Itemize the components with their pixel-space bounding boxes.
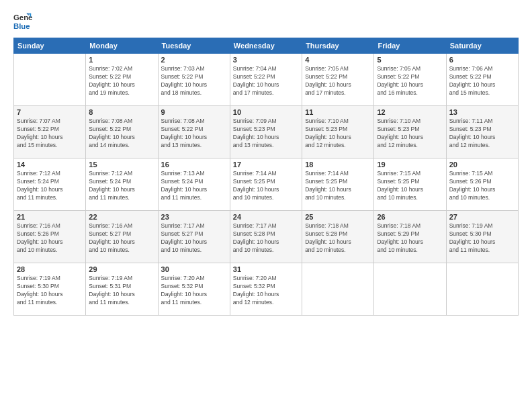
calendar-cell: 23Sunrise: 7:17 AMSunset: 5:27 PMDayligh… xyxy=(158,211,230,263)
week-row-1: 1Sunrise: 7:02 AMSunset: 5:22 PMDaylight… xyxy=(14,54,519,106)
day-number: 25 xyxy=(305,213,371,221)
day-info: Sunrise: 7:13 AMSunset: 5:24 PMDaylight:… xyxy=(161,170,227,202)
calendar-cell: 12Sunrise: 7:10 AMSunset: 5:23 PMDayligh… xyxy=(374,106,446,158)
day-info: Sunrise: 7:10 AMSunset: 5:23 PMDaylight:… xyxy=(377,118,443,150)
day-info: Sunrise: 7:14 AMSunset: 5:25 PMDaylight:… xyxy=(305,170,371,202)
day-info: Sunrise: 7:15 AMSunset: 5:26 PMDaylight:… xyxy=(449,170,515,202)
day-info: Sunrise: 7:17 AMSunset: 5:27 PMDaylight:… xyxy=(161,222,227,255)
day-info: Sunrise: 7:05 AMSunset: 5:22 PMDaylight:… xyxy=(305,65,371,97)
weekday-header-wednesday: Wednesday xyxy=(230,38,302,54)
calendar-cell: 28Sunrise: 7:19 AMSunset: 5:30 PMDayligh… xyxy=(14,263,86,316)
weekday-header-friday: Friday xyxy=(374,38,446,54)
calendar-cell: 6Sunrise: 7:06 AMSunset: 5:22 PMDaylight… xyxy=(446,54,518,106)
day-number: 10 xyxy=(233,108,299,116)
day-info: Sunrise: 7:12 AMSunset: 5:24 PMDaylight:… xyxy=(17,170,83,202)
logo: General Blue xyxy=(13,12,35,31)
day-number: 26 xyxy=(377,213,443,221)
day-info: Sunrise: 7:16 AMSunset: 5:27 PMDaylight:… xyxy=(89,222,154,255)
day-number: 6 xyxy=(449,56,515,64)
day-number: 29 xyxy=(89,265,154,273)
day-number: 8 xyxy=(89,108,154,116)
day-number: 9 xyxy=(161,108,227,116)
calendar-cell: 1Sunrise: 7:02 AMSunset: 5:22 PMDaylight… xyxy=(86,54,158,106)
day-info: Sunrise: 7:15 AMSunset: 5:25 PMDaylight:… xyxy=(377,170,443,202)
week-row-4: 21Sunrise: 7:16 AMSunset: 5:26 PMDayligh… xyxy=(14,211,519,263)
day-info: Sunrise: 7:08 AMSunset: 5:22 PMDaylight:… xyxy=(161,118,227,150)
calendar-cell: 21Sunrise: 7:16 AMSunset: 5:26 PMDayligh… xyxy=(14,211,86,263)
calendar-cell: 29Sunrise: 7:19 AMSunset: 5:31 PMDayligh… xyxy=(86,263,158,316)
day-info: Sunrise: 7:11 AMSunset: 5:23 PMDaylight:… xyxy=(449,118,515,150)
day-info: Sunrise: 7:08 AMSunset: 5:22 PMDaylight:… xyxy=(89,118,154,150)
calendar-cell: 14Sunrise: 7:12 AMSunset: 5:24 PMDayligh… xyxy=(14,158,86,211)
day-info: Sunrise: 7:18 AMSunset: 5:29 PMDaylight:… xyxy=(377,222,443,255)
calendar-cell: 19Sunrise: 7:15 AMSunset: 5:25 PMDayligh… xyxy=(374,158,446,211)
calendar-cell: 31Sunrise: 7:20 AMSunset: 5:32 PMDayligh… xyxy=(230,263,302,316)
day-info: Sunrise: 7:09 AMSunset: 5:23 PMDaylight:… xyxy=(233,118,299,150)
calendar-cell: 20Sunrise: 7:15 AMSunset: 5:26 PMDayligh… xyxy=(446,158,518,211)
day-number: 23 xyxy=(161,213,227,221)
calendar-cell xyxy=(446,263,518,316)
calendar-cell: 2Sunrise: 7:03 AMSunset: 5:22 PMDaylight… xyxy=(158,54,230,106)
weekday-header-tuesday: Tuesday xyxy=(158,38,230,54)
calendar-cell: 11Sunrise: 7:10 AMSunset: 5:23 PMDayligh… xyxy=(302,106,374,158)
week-row-3: 14Sunrise: 7:12 AMSunset: 5:24 PMDayligh… xyxy=(14,158,519,211)
calendar-cell: 17Sunrise: 7:14 AMSunset: 5:25 PMDayligh… xyxy=(230,158,302,211)
day-number: 22 xyxy=(89,213,154,221)
header: General Blue xyxy=(13,12,519,31)
calendar-cell: 24Sunrise: 7:17 AMSunset: 5:28 PMDayligh… xyxy=(230,211,302,263)
calendar-cell: 18Sunrise: 7:14 AMSunset: 5:25 PMDayligh… xyxy=(302,158,374,211)
day-info: Sunrise: 7:14 AMSunset: 5:25 PMDaylight:… xyxy=(233,170,299,202)
day-number: 28 xyxy=(17,265,83,273)
day-number: 12 xyxy=(377,108,443,116)
calendar-cell: 5Sunrise: 7:05 AMSunset: 5:22 PMDaylight… xyxy=(374,54,446,106)
day-info: Sunrise: 7:20 AMSunset: 5:32 PMDaylight:… xyxy=(161,275,227,307)
calendar-cell: 13Sunrise: 7:11 AMSunset: 5:23 PMDayligh… xyxy=(446,106,518,158)
calendar-cell: 25Sunrise: 7:18 AMSunset: 5:28 PMDayligh… xyxy=(302,211,374,263)
week-row-5: 28Sunrise: 7:19 AMSunset: 5:30 PMDayligh… xyxy=(14,263,519,316)
weekday-header-saturday: Saturday xyxy=(446,38,518,54)
day-number: 5 xyxy=(377,56,443,64)
day-number: 17 xyxy=(233,161,299,169)
day-number: 21 xyxy=(17,213,83,221)
calendar-cell: 16Sunrise: 7:13 AMSunset: 5:24 PMDayligh… xyxy=(158,158,230,211)
weekday-header-row: SundayMondayTuesdayWednesdayThursdayFrid… xyxy=(14,38,519,54)
weekday-header-monday: Monday xyxy=(86,38,158,54)
day-number: 30 xyxy=(161,265,227,273)
day-number: 18 xyxy=(305,161,371,169)
day-number: 4 xyxy=(305,56,371,64)
day-info: Sunrise: 7:05 AMSunset: 5:22 PMDaylight:… xyxy=(377,65,443,97)
day-number: 20 xyxy=(449,161,515,169)
day-number: 27 xyxy=(449,213,515,221)
svg-text:General: General xyxy=(13,13,32,21)
day-number: 15 xyxy=(89,161,154,169)
day-info: Sunrise: 7:06 AMSunset: 5:22 PMDaylight:… xyxy=(449,65,515,97)
day-info: Sunrise: 7:16 AMSunset: 5:26 PMDaylight:… xyxy=(17,222,83,255)
calendar-page: General Blue SundayMondayTuesdayWednesda… xyxy=(0,0,532,411)
calendar-cell: 26Sunrise: 7:18 AMSunset: 5:29 PMDayligh… xyxy=(374,211,446,263)
day-number: 14 xyxy=(17,161,83,169)
day-info: Sunrise: 7:17 AMSunset: 5:28 PMDaylight:… xyxy=(233,222,299,255)
day-number: 19 xyxy=(377,161,443,169)
day-number: 1 xyxy=(89,56,154,64)
day-number: 11 xyxy=(305,108,371,116)
calendar-cell xyxy=(14,54,86,106)
day-number: 31 xyxy=(233,265,299,273)
day-info: Sunrise: 7:12 AMSunset: 5:24 PMDaylight:… xyxy=(89,170,154,202)
day-info: Sunrise: 7:02 AMSunset: 5:22 PMDaylight:… xyxy=(89,65,154,97)
calendar-cell: 10Sunrise: 7:09 AMSunset: 5:23 PMDayligh… xyxy=(230,106,302,158)
weekday-header-sunday: Sunday xyxy=(14,38,86,54)
calendar-cell xyxy=(302,263,374,316)
day-number: 7 xyxy=(17,108,83,116)
calendar-cell: 7Sunrise: 7:07 AMSunset: 5:22 PMDaylight… xyxy=(14,106,86,158)
svg-text:Blue: Blue xyxy=(13,22,30,30)
calendar-cell xyxy=(374,263,446,316)
day-info: Sunrise: 7:19 AMSunset: 5:31 PMDaylight:… xyxy=(89,275,154,307)
day-number: 16 xyxy=(161,161,227,169)
day-info: Sunrise: 7:18 AMSunset: 5:28 PMDaylight:… xyxy=(305,222,371,255)
day-info: Sunrise: 7:10 AMSunset: 5:23 PMDaylight:… xyxy=(305,118,371,150)
calendar-cell: 8Sunrise: 7:08 AMSunset: 5:22 PMDaylight… xyxy=(86,106,158,158)
calendar-cell: 30Sunrise: 7:20 AMSunset: 5:32 PMDayligh… xyxy=(158,263,230,316)
calendar-table: SundayMondayTuesdayWednesdayThursdayFrid… xyxy=(13,38,519,316)
day-info: Sunrise: 7:04 AMSunset: 5:22 PMDaylight:… xyxy=(233,65,299,97)
calendar-cell: 15Sunrise: 7:12 AMSunset: 5:24 PMDayligh… xyxy=(86,158,158,211)
